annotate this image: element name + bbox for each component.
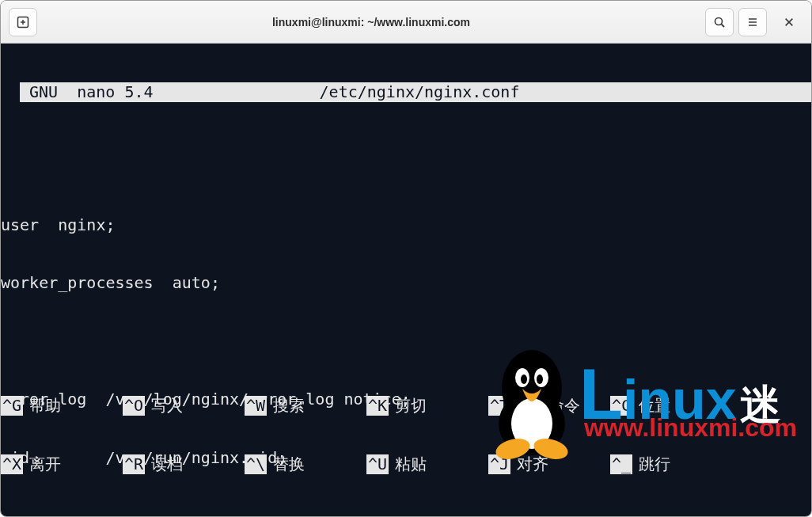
- shortcut-execute: ^T执行命令: [488, 396, 610, 416]
- shortcut-read: ^R读档: [123, 454, 245, 474]
- search-icon: [713, 16, 726, 29]
- window-title: linuxmi@linuxmi: ~/www.linuxmi.com: [37, 16, 705, 29]
- code-line: user nginx;: [1, 215, 811, 235]
- close-button[interactable]: [775, 8, 803, 36]
- close-icon: [784, 17, 795, 28]
- svg-point-3: [715, 17, 723, 25]
- nano-header: GNU nano 5.4 /etc/nginx/nginx.conf: [20, 82, 811, 102]
- shortcut-search: ^W搜索: [245, 396, 366, 416]
- shortcut-goto: ^_跳行: [610, 454, 732, 474]
- code-line: worker_processes auto;: [1, 273, 811, 293]
- menu-button[interactable]: [738, 8, 767, 36]
- titlebar: linuxmi@linuxmi: ~/www.linuxmi.com: [1, 1, 811, 44]
- nano-shortcuts: ^G帮助 ^O写入 ^W搜索 ^K剪切 ^T执行命令 ^C位置 ^X离开 ^R读…: [1, 357, 811, 516]
- shortcut-paste: ^U粘贴: [366, 454, 488, 474]
- shortcut-exit: ^X离开: [1, 454, 123, 474]
- shortcut-justify: ^J对齐: [488, 454, 610, 474]
- shortcut-cut: ^K剪切: [366, 396, 488, 416]
- new-tab-icon: [17, 16, 29, 29]
- code-line: [1, 332, 811, 352]
- shortcut-writeout: ^O写入: [123, 396, 245, 416]
- shortcut-help: ^G帮助: [1, 396, 123, 416]
- nano-version: GNU nano 5.4: [20, 82, 154, 102]
- nano-filename: /etc/nginx/nginx.conf: [154, 82, 811, 102]
- shortcut-position: ^C位置: [610, 396, 732, 416]
- shortcut-replace: ^\替换: [245, 454, 366, 474]
- svg-line-4: [722, 24, 725, 27]
- terminal-body[interactable]: GNU nano 5.4 /etc/nginx/nginx.conf user …: [1, 44, 811, 516]
- new-tab-button[interactable]: [9, 8, 37, 36]
- hamburger-icon: [746, 16, 759, 29]
- terminal-window: linuxmi@linuxmi: ~/www.linuxmi.com: [0, 0, 812, 517]
- search-button[interactable]: [705, 8, 734, 36]
